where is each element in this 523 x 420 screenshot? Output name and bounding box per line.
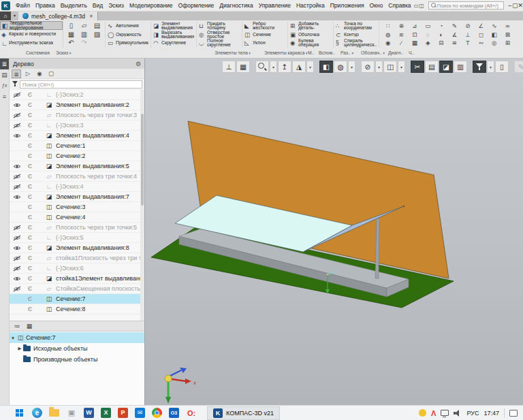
workflow-icon[interactable]: ▯ — [495, 61, 509, 73]
word-icon[interactable]: W — [84, 408, 94, 418]
visibility-eye-icon[interactable] — [12, 133, 22, 139]
chrome-icon[interactable] — [152, 408, 162, 418]
rectangle[interactable]: ▭ Прямоугольник — [105, 39, 150, 48]
tool-icon[interactable]: ≃ — [501, 22, 515, 31]
draft[interactable]: ◺ Уклон — [242, 39, 287, 48]
tool-icon[interactable]: ⊞ — [501, 39, 515, 48]
tool-icon[interactable]: ✎ — [448, 22, 462, 31]
thicken[interactable]: ⊔ Придать толщину — [196, 22, 242, 31]
redo-icon[interactable]: ↷ — [78, 39, 91, 48]
tool-icon[interactable]: ⊟ — [434, 39, 448, 48]
visibility-eye-icon[interactable] — [12, 163, 22, 169]
menu-item[interactable]: Выделить — [58, 2, 90, 9]
section-display-icon[interactable]: ✂ — [411, 61, 424, 73]
tool-icon[interactable]: ⊘ — [461, 22, 475, 31]
boolean-operation[interactable]: ◉ Булева операция — [287, 39, 333, 48]
opera-icon[interactable]: O: — [183, 406, 200, 420]
visibility-eye-icon[interactable] — [12, 225, 22, 231]
group-label[interactable]: Эскиз — [56, 50, 71, 55]
tool-icon[interactable]: ⊕ — [395, 22, 409, 31]
menu-item[interactable]: Вид — [90, 2, 106, 9]
ascon-tray-icon[interactable] — [431, 409, 436, 417]
zoom-dropdown[interactable]: ▾ — [270, 61, 277, 73]
tree-item[interactable]: Є Плоскость через три точки:4 — [10, 172, 144, 182]
subpanel-derived-objects[interactable]: Производные объекты — [10, 354, 144, 365]
placement-icon[interactable]: ▤ — [425, 61, 439, 73]
tool-icon[interactable]: ◻ — [475, 31, 488, 39]
powerpoint-icon[interactable]: P — [118, 408, 128, 418]
mode-sketch-tools[interactable]: ∟ Инструменты эскиза — [0, 39, 63, 48]
visibility-eye-icon[interactable] — [12, 102, 22, 108]
notification-center-icon[interactable] — [509, 410, 518, 417]
show-all-icon[interactable]: ↥ — [278, 61, 291, 73]
save-icon[interactable]: ▤ — [91, 22, 104, 31]
tool-icon[interactable]: ∿ — [488, 22, 501, 31]
tree-item[interactable]: Є (-)Эскиз:5 — [10, 233, 144, 243]
area-select-icon[interactable]: ▢ — [46, 69, 56, 78]
menu-item[interactable]: Оформление — [176, 2, 217, 9]
tool-icon[interactable]: ⊠ — [501, 31, 515, 39]
menu-item[interactable]: Моделирование — [127, 2, 176, 9]
tool-icon[interactable]: ◎ — [488, 39, 501, 48]
tree-item[interactable]: Є Сечение:4 — [10, 212, 144, 223]
menu-item[interactable]: Приложения — [328, 2, 367, 9]
cylindrical-spiral[interactable]: § Спираль цилиндрическ... — [333, 39, 379, 48]
group-label[interactable]: М.. — [308, 50, 314, 55]
menu-panel-icon[interactable]: ≡ — [0, 91, 9, 102]
filter-icon[interactable] — [12, 81, 18, 88]
tree-item[interactable]: Є Плоскость через три точки:5 — [10, 223, 144, 233]
tree-item[interactable]: Є Плоскость через три точки:3 — [10, 110, 144, 120]
edit-sketch-icon[interactable]: ✎ — [514, 61, 523, 73]
tree-item[interactable]: Є (-)Эскиз:3 — [10, 120, 144, 131]
command-search-input[interactable] — [437, 3, 503, 9]
tool-icon[interactable]: ≋ — [395, 31, 409, 39]
chevron-right-icon[interactable]: ▶ — [16, 346, 23, 351]
record-dropdown[interactable]: ▾ — [398, 61, 405, 73]
3d-viewport[interactable]: x ⊥ ▦ ▾ ↥ — [145, 59, 523, 405]
tree-item[interactable]: Є стойка1Элемент выдавливания:9 — [10, 274, 144, 284]
visibility-eye-icon[interactable] — [12, 123, 22, 129]
tree-scrollbar[interactable] — [140, 90, 144, 321]
gear-icon[interactable]: ⚙ — [136, 61, 141, 67]
extrude-element[interactable]: ◪ Элемент выдавливания — [150, 22, 196, 31]
tree-item[interactable]: Є Элемент выдавливания:5 — [10, 161, 144, 172]
group-label[interactable]: Диагн.. — [388, 50, 403, 55]
separator[interactable] — [315, 61, 319, 73]
subpanel-source-objects[interactable]: ▶ Исходные объекты — [10, 343, 144, 354]
start-button[interactable] — [11, 406, 29, 420]
separator[interactable] — [356, 61, 360, 73]
visibility-eye-icon[interactable] — [12, 92, 22, 98]
visibility-eye-icon[interactable] — [12, 255, 22, 261]
menu-item[interactable]: Диагностика — [217, 2, 255, 9]
normal-orientation-icon[interactable]: ⊥ — [222, 61, 236, 73]
separator[interactable] — [406, 61, 410, 73]
cut-extrude[interactable]: ◨ Вырезать выдавливанием — [150, 31, 196, 39]
tool-icon[interactable]: T — [461, 39, 475, 48]
structure-view-icon[interactable]: ≔ — [12, 323, 22, 329]
separator[interactable] — [509, 61, 513, 73]
close-button[interactable]: ✕ — [518, 2, 523, 9]
visibility-eye-icon[interactable] — [12, 174, 22, 180]
file-explorer-icon[interactable] — [49, 409, 59, 417]
tool-icon[interactable]: ∷ — [381, 22, 395, 31]
tab-list-dropdown[interactable]: ▾ — [11, 12, 18, 20]
orientation-icon[interactable]: ◮ — [292, 61, 306, 73]
network-icon[interactable] — [441, 410, 449, 416]
separator[interactable] — [251, 61, 255, 73]
group-label[interactable]: Вспом.. — [319, 50, 335, 55]
visibility-eye-icon[interactable] — [12, 265, 22, 272]
tree-item[interactable]: Є стойка1Плоскость через три точки: — [10, 253, 144, 263]
menu-item[interactable]: Настройка — [294, 2, 328, 9]
tool-icon[interactable]: ◈ — [422, 39, 435, 48]
tree-item[interactable]: Є (-)Эскиз:2 — [10, 90, 144, 100]
group-label[interactable]: Раз.. — [340, 50, 353, 55]
print-icon[interactable]: ▦ — [65, 31, 78, 39]
tool-icon[interactable]: ◔ — [434, 22, 448, 31]
display-mode-icon[interactable]: ◧ — [319, 61, 333, 73]
simple-hole[interactable]: ◎ Отверстие простое — [196, 31, 242, 39]
fillet[interactable]: ◠ Скругление — [150, 39, 196, 48]
tool-icon[interactable]: ∾ — [475, 39, 488, 48]
tree-item[interactable]: Є СтойкаСмещенная плоскость:4 — [10, 284, 144, 294]
orientation-dropdown[interactable]: ▾ — [306, 61, 314, 73]
menu-item[interactable]: Файл — [13, 2, 33, 9]
